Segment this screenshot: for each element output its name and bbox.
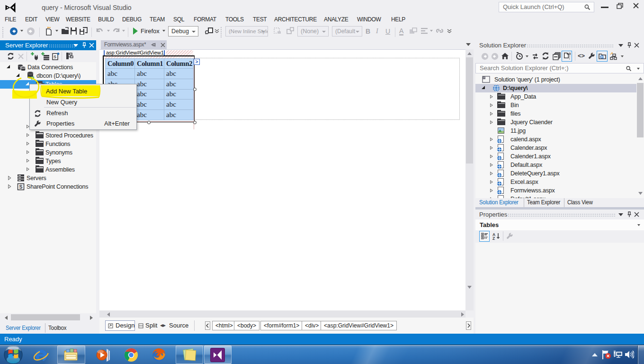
svg-text:S: S [19, 184, 23, 190]
svg-text:S: S [54, 55, 56, 59]
svg-text:Z: Z [492, 236, 495, 240]
